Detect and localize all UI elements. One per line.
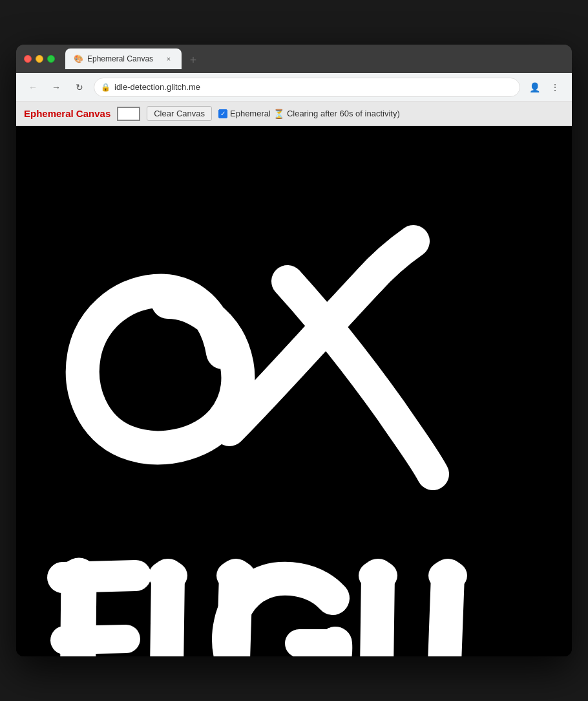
drawing-canvas[interactable]: [16, 126, 572, 656]
tab-close-button[interactable]: ×: [163, 54, 174, 64]
address-bar: ← → ↻ 🔒 idle-detection.glitch.me 👤 ⋮: [16, 73, 572, 102]
active-tab[interactable]: 🎨 Ephemeral Canvas ×: [65, 49, 182, 69]
tab-favicon: 🎨: [73, 54, 83, 64]
back-button[interactable]: ←: [24, 78, 42, 96]
ephemeral-checkbox[interactable]: ✓: [218, 109, 227, 118]
browser-toolbar-icons: 👤 ⋮: [525, 78, 564, 96]
lock-icon: 🔒: [101, 83, 110, 92]
title-bar: 🎨 Ephemeral Canvas × +: [16, 45, 572, 73]
traffic-lights: [24, 55, 55, 63]
tab-bar: 🎨 Ephemeral Canvas × +: [65, 49, 564, 69]
svg-line-10: [65, 639, 126, 640]
svg-point-15: [216, 560, 255, 591]
app-title: Ephemeral Canvas: [24, 108, 110, 119]
url-bar[interactable]: 🔒 idle-detection.glitch.me: [94, 78, 520, 97]
tab-title: Ephemeral Canvas: [87, 54, 160, 63]
url-text: idle-detection.glitch.me: [114, 82, 513, 92]
svg-point-17: [428, 560, 467, 591]
minimize-button[interactable]: [36, 55, 43, 63]
status-text: Clearing after 60s of inactivity): [287, 109, 400, 118]
hourglass-icon: ⏳: [273, 109, 284, 119]
svg-point-12: [58, 559, 100, 592]
new-tab-button[interactable]: +: [184, 51, 202, 69]
refresh-button[interactable]: ↻: [70, 78, 89, 96]
app-toolbar: Ephemeral Canvas Clear Canvas ✓ Ephemera…: [16, 102, 572, 126]
forward-button[interactable]: →: [47, 78, 65, 96]
maximize-button[interactable]: [47, 55, 55, 63]
drawing-svg: [16, 126, 572, 656]
svg-point-16: [359, 560, 397, 591]
ephemeral-text: Ephemeral: [230, 109, 271, 118]
close-button[interactable]: [24, 55, 32, 63]
ephemeral-option: ✓ Ephemeral ⏳ Clearing after 60s of inac…: [218, 109, 400, 119]
svg-point-14: [149, 560, 187, 591]
account-icon[interactable]: 👤: [525, 78, 543, 96]
color-picker[interactable]: [117, 107, 140, 121]
clear-canvas-button[interactable]: Clear Canvas: [147, 106, 212, 121]
menu-icon[interactable]: ⋮: [546, 78, 564, 96]
browser-window: 🎨 Ephemeral Canvas × + ← → ↻ 🔒 idle-dete…: [16, 45, 572, 656]
